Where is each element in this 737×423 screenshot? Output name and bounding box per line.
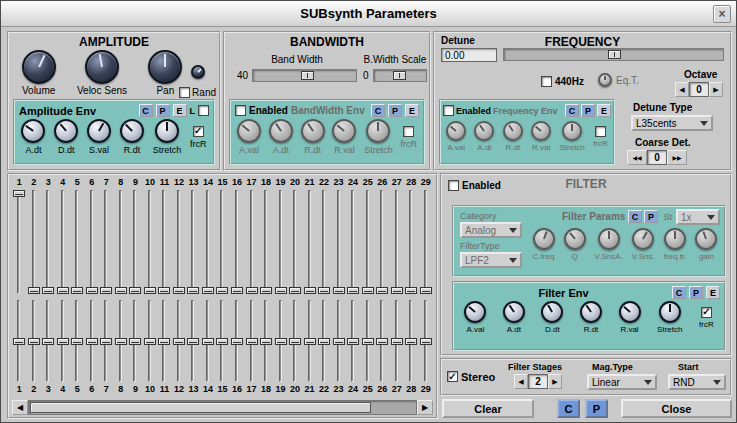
harmonic-bandwidth-slider[interactable] xyxy=(418,300,433,382)
titlebar[interactable]: SUBsynth Parameters × xyxy=(1,1,736,27)
bw-env-rval-knob[interactable] xyxy=(332,119,356,143)
filter-env-rdt-knob[interactable] xyxy=(580,301,602,323)
harmonic-bandwidth-slider[interactable] xyxy=(360,300,375,382)
scroll-right-button[interactable]: ▶ xyxy=(417,400,433,415)
amp-env-sustain-knob[interactable] xyxy=(87,119,111,143)
close-button[interactable]: × xyxy=(713,5,731,23)
harmonic-bandwidth-slider[interactable] xyxy=(230,300,245,382)
filter-env-frcr-checkbox[interactable] xyxy=(701,307,712,318)
slider-handle[interactable] xyxy=(173,338,185,345)
freq-env-stretch-knob[interactable] xyxy=(562,121,582,141)
harmonic-magnitude-slider[interactable] xyxy=(99,190,114,294)
slider-handle[interactable] xyxy=(275,287,287,294)
slider-handle[interactable] xyxy=(318,338,330,345)
slider-handle[interactable] xyxy=(13,190,25,197)
filter-cfreq-knob[interactable] xyxy=(533,228,555,250)
filtertype-dropdown[interactable]: LPF2 xyxy=(460,252,522,268)
harmonic-magnitude-slider[interactable] xyxy=(27,190,42,294)
440hz-checkbox[interactable] xyxy=(541,76,552,87)
slider-handle[interactable] xyxy=(275,338,287,345)
freq-env-edit-button[interactable]: E xyxy=(597,104,611,117)
scrollbar-handle[interactable] xyxy=(30,402,371,413)
slider-handle[interactable] xyxy=(318,287,330,294)
slider-handle[interactable] xyxy=(405,338,417,345)
slider-handle[interactable] xyxy=(362,287,374,294)
slider-handle[interactable] xyxy=(304,287,316,294)
rand-checkbox[interactable] xyxy=(179,87,190,98)
slider-handle[interactable] xyxy=(115,338,127,345)
filter-env-rval-knob[interactable] xyxy=(619,301,641,323)
stages-increment-button[interactable]: ▶ xyxy=(548,374,562,389)
slider-handle[interactable] xyxy=(362,338,374,345)
filter-freqtrack-knob[interactable] xyxy=(664,228,686,250)
bw-env-stretch-knob[interactable] xyxy=(366,119,390,143)
amp-env-paste-button[interactable]: P xyxy=(156,104,170,117)
harmonic-magnitude-slider[interactable] xyxy=(360,190,375,294)
slider-handle[interactable] xyxy=(391,338,403,345)
freq-env-adt-knob[interactable] xyxy=(474,121,494,141)
filter-paste-button[interactable]: P xyxy=(644,210,658,223)
scrollbar-track[interactable] xyxy=(28,400,417,415)
harmonic-magnitude-slider[interactable] xyxy=(85,190,100,294)
coarse-increment-button[interactable]: ▶▶ xyxy=(667,150,687,165)
slider-handle[interactable] xyxy=(202,287,214,294)
harmonic-bandwidth-slider[interactable] xyxy=(331,300,346,382)
slider-handle[interactable] xyxy=(391,287,403,294)
freq-env-paste-button[interactable]: P xyxy=(581,104,595,117)
slider-handle[interactable] xyxy=(187,338,199,345)
harmonic-bandwidth-slider[interactable] xyxy=(389,300,404,382)
stages-multiplier-dropdown[interactable]: 1x xyxy=(676,209,720,225)
harmonic-bandwidth-slider[interactable] xyxy=(186,300,201,382)
slider-handle[interactable] xyxy=(289,287,301,294)
amp-env-decay-knob[interactable] xyxy=(54,119,78,143)
harmonic-bandwidth-slider[interactable] xyxy=(244,300,259,382)
harmonic-magnitude-slider[interactable] xyxy=(12,190,27,294)
harmonic-bandwidth-slider[interactable] xyxy=(259,300,274,382)
slider-handle[interactable] xyxy=(187,287,199,294)
amp-env-linear-checkbox[interactable] xyxy=(198,105,209,116)
bandwidth-slider[interactable] xyxy=(252,69,357,82)
filter-env-stretch-knob[interactable] xyxy=(659,301,681,323)
harmonic-magnitude-slider[interactable] xyxy=(259,190,274,294)
paste-preset-button[interactable]: P xyxy=(585,399,608,418)
freq-env-aval-knob[interactable] xyxy=(446,121,466,141)
start-dropdown[interactable]: RND xyxy=(668,374,726,390)
filter-env-paste-button[interactable]: P xyxy=(689,286,703,299)
slider-handle[interactable] xyxy=(71,287,83,294)
bw-env-copy-button[interactable]: C xyxy=(371,104,385,117)
harmonic-magnitude-slider[interactable] xyxy=(244,190,259,294)
stereo-checkbox[interactable] xyxy=(447,371,458,382)
slider-handle[interactable] xyxy=(13,338,25,345)
harmonic-magnitude-slider[interactable] xyxy=(70,190,85,294)
harmonic-bandwidth-slider[interactable] xyxy=(201,300,216,382)
velocity-sense-knob[interactable] xyxy=(85,50,119,84)
harmonic-magnitude-slider[interactable] xyxy=(143,190,158,294)
harmonic-bandwidth-slider[interactable] xyxy=(172,300,187,382)
slider-handle[interactable] xyxy=(231,287,243,294)
magtype-dropdown[interactable]: Linear xyxy=(587,374,657,390)
slider-handle[interactable] xyxy=(144,287,156,294)
amp-env-attack-knob[interactable] xyxy=(21,119,45,143)
harmonic-bandwidth-slider[interactable] xyxy=(85,300,100,382)
harmonic-bandwidth-slider[interactable] xyxy=(70,300,85,382)
slider-handle[interactable] xyxy=(57,338,69,345)
slider-handle[interactable] xyxy=(246,287,258,294)
scroll-left-button[interactable]: ◀ xyxy=(12,400,28,415)
freq-env-rval-knob[interactable] xyxy=(531,121,551,141)
freq-env-frcr-checkbox[interactable] xyxy=(595,126,606,137)
harmonic-bandwidth-slider[interactable] xyxy=(157,300,172,382)
rand-knob[interactable] xyxy=(191,65,205,79)
slider-handle[interactable] xyxy=(42,287,54,294)
coarse-detune-counter[interactable]: ◀◀ 0 ▶▶ xyxy=(627,150,687,165)
harmonic-magnitude-slider[interactable] xyxy=(201,190,216,294)
filter-copy-button[interactable]: C xyxy=(628,210,642,223)
coarse-decrement-button[interactable]: ◀◀ xyxy=(627,150,647,165)
harmonic-magnitude-slider[interactable] xyxy=(273,190,288,294)
slider-handle[interactable] xyxy=(57,287,69,294)
slider-handle[interactable] xyxy=(376,338,388,345)
harmonic-magnitude-slider[interactable] xyxy=(331,190,346,294)
bwidth-scale-slider[interactable] xyxy=(373,69,427,82)
filter-stages-counter[interactable]: ◀ 2 ▶ xyxy=(514,374,562,389)
amp-env-release-knob[interactable] xyxy=(120,119,144,143)
bw-env-edit-button[interactable]: E xyxy=(405,104,419,117)
